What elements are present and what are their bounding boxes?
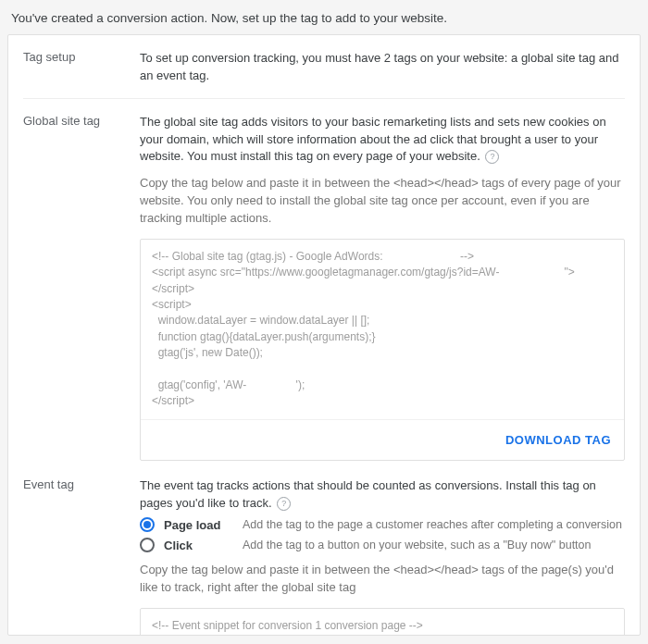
global-tag-code-box: <!-- Global site tag (gtag.js) - Google … <box>140 239 625 461</box>
tag-setup-lead: To set up conversion tracking, you must … <box>140 50 625 85</box>
download-tag-button[interactable]: DOWNLOAD TAG <box>504 429 613 451</box>
event-tag-lead-text: The event tag tracks actions that should… <box>140 478 596 510</box>
radio-page-load-desc: Add the tag to the page a customer reach… <box>243 518 625 531</box>
radio-button-icon <box>140 538 155 552</box>
event-tag-code[interactable]: <!-- Event snippet for conversion 1 conv… <box>141 609 624 636</box>
radio-page-load[interactable]: Page load Add the tag to the page a cust… <box>140 517 625 532</box>
global-tag-code[interactable]: <!-- Global site tag (gtag.js) - Google … <box>141 240 624 419</box>
global-tag-label: Global site tag <box>23 114 125 128</box>
setup-card: Tag setup To set up conversion tracking,… <box>7 34 641 636</box>
event-tag-lead: The event tag tracks actions that should… <box>140 477 625 513</box>
tag-setup-label: Tag setup <box>23 50 125 64</box>
intro-text: You've created a conversion action. Now,… <box>7 7 641 34</box>
event-tag-label: Event tag <box>23 477 125 491</box>
radio-click-label: Click <box>164 539 233 552</box>
radio-click[interactable]: Click Add the tag to a button on your we… <box>140 538 625 552</box>
section-global-site-tag: Global site tag The global site tag adds… <box>23 114 625 461</box>
section-tag-setup: Tag setup To set up conversion tracking,… <box>23 50 625 85</box>
radio-page-load-label: Page load <box>164 518 233 532</box>
help-icon[interactable]: ? <box>485 150 499 164</box>
event-tag-code-box: <!-- Event snippet for conversion 1 conv… <box>140 608 625 636</box>
page-root: You've created a conversion action. Now,… <box>0 0 648 644</box>
radio-button-icon <box>140 517 155 532</box>
help-icon[interactable]: ? <box>277 497 291 511</box>
global-tag-lead-text: The global site tag adds visitors to you… <box>140 115 606 164</box>
event-tag-desc2: Copy the tag below and paste it in betwe… <box>140 562 625 597</box>
section-event-tag: Event tag The event tag tracks actions t… <box>23 477 625 636</box>
global-tag-desc: Copy the tag below and paste it in betwe… <box>140 175 625 228</box>
radio-click-desc: Add the tag to a button on your website,… <box>243 539 625 551</box>
global-tag-lead: The global site tag adds visitors to you… <box>140 114 625 167</box>
divider <box>23 98 625 99</box>
